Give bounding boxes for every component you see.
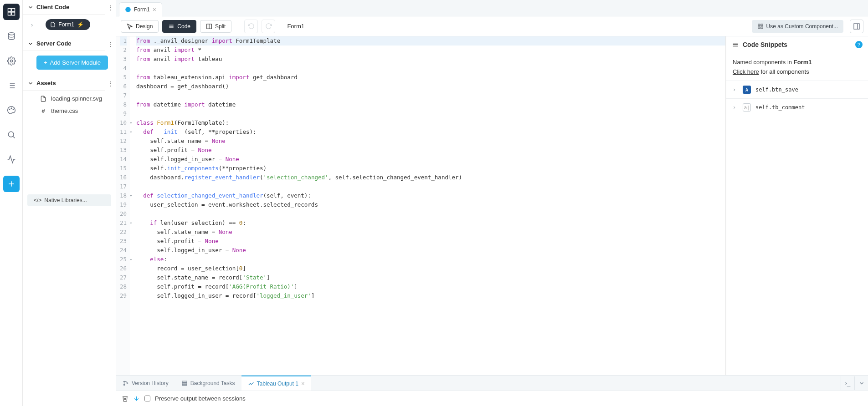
- scroll-down-icon[interactable]: [133, 395, 140, 402]
- collapse-panel[interactable]: [854, 376, 868, 390]
- split-icon: [206, 23, 212, 30]
- file-tab[interactable]: Form1 ×: [119, 2, 162, 16]
- bolt-icon: ⚡: [77, 21, 84, 28]
- asset-name: theme.css: [51, 107, 78, 114]
- svg-point-12: [9, 109, 10, 110]
- add-server-module-button[interactable]: + Add Server Module: [36, 56, 108, 70]
- svg-rect-1: [11, 9, 15, 12]
- code-editor[interactable]: 1234567891011121314151617181920212223242…: [116, 36, 725, 375]
- button-label: Add Server Module: [50, 59, 101, 66]
- bottom-tabs: Version History Background Tasks Tableau…: [116, 375, 868, 391]
- preserve-output-checkbox[interactable]: [144, 396, 150, 401]
- tab-bar: Form1 ×: [116, 0, 868, 16]
- component-list: ›Aself.btn_save›a|self.tb_comment: [726, 81, 868, 116]
- asset-name: loading-spinner.svg: [51, 95, 102, 102]
- close-tab[interactable]: ×: [153, 6, 156, 13]
- section-menu[interactable]: ⋮: [105, 78, 116, 89]
- client-body: › Form1 ⚡: [23, 15, 116, 36]
- file-icon: [50, 22, 56, 27]
- svg-rect-39: [182, 384, 187, 385]
- assets-body: loading-spinner.svg # theme.css: [23, 91, 116, 123]
- svg-rect-38: [182, 382, 187, 383]
- svg-rect-37: [182, 381, 187, 382]
- file-icon: [40, 96, 46, 102]
- icon-rail: [0, 0, 23, 406]
- form-name: Form1: [58, 21, 74, 28]
- component-snippet[interactable]: ›Aself.btn_save: [726, 81, 868, 98]
- snippets-header: Code Snippets ?: [726, 36, 868, 53]
- native-libraries-button[interactable]: </> Native Libraries...: [27, 194, 111, 206]
- svg-point-15: [8, 132, 14, 137]
- server-body: + Add Server Module: [23, 51, 116, 76]
- nav-search-icon[interactable]: [3, 127, 20, 143]
- asset-item[interactable]: # theme.css: [27, 105, 111, 117]
- code-icon: </>: [34, 197, 41, 203]
- tab-background-tasks[interactable]: Background Tasks: [175, 376, 241, 391]
- nav-activity-icon[interactable]: [3, 151, 20, 167]
- file-tab-label: Form1: [134, 6, 150, 13]
- output-bar: Preserve output between sessions: [116, 391, 868, 406]
- svg-rect-3: [11, 12, 15, 15]
- redo-button[interactable]: [262, 20, 275, 33]
- snippets-title: Code Snippets: [743, 41, 852, 48]
- svg-point-4: [8, 33, 14, 35]
- form-item[interactable]: Form1 ⚡: [46, 19, 90, 30]
- editor-row: 1234567891011121314151617181920212223242…: [116, 36, 868, 375]
- code-mode-button[interactable]: Code: [162, 20, 196, 33]
- toggle-panel-button[interactable]: [850, 20, 863, 33]
- main: Form1 × Design Code Split Form1: [116, 0, 868, 406]
- section-client-code[interactable]: Client Code: [23, 0, 105, 15]
- svg-point-34: [123, 381, 124, 382]
- cursor-icon: [127, 23, 133, 30]
- svg-point-14: [13, 109, 14, 110]
- svg-rect-2: [8, 12, 11, 15]
- native-libs-label: Native Libraries...: [44, 197, 87, 203]
- svg-rect-26: [761, 24, 763, 25]
- section-menu[interactable]: ⋮: [105, 2, 116, 13]
- undo-button[interactable]: [244, 20, 258, 33]
- svg-rect-29: [854, 24, 859, 29]
- svg-rect-28: [761, 27, 763, 29]
- sidebar: Client Code ⋮ › Form1 ⚡ Server Code ⋮: [23, 0, 116, 406]
- design-mode-button[interactable]: Design: [121, 20, 159, 33]
- chart-icon: [248, 381, 254, 387]
- code-snippets-panel: Code Snippets ? Named components in Form…: [726, 36, 868, 375]
- svg-point-35: [123, 384, 124, 385]
- svg-point-5: [10, 60, 12, 62]
- custom-component-button[interactable]: Use as Custom Component...: [752, 20, 843, 33]
- list-icon: [168, 23, 175, 30]
- tab-tableau-output[interactable]: Tableau Output 1 ×: [241, 376, 311, 391]
- section-assets[interactable]: Assets: [23, 76, 105, 91]
- toolbar: Design Code Split Form1 Use as Custom Co…: [116, 16, 868, 36]
- snippets-body: Named components in Form1 Click here for…: [726, 53, 868, 81]
- breadcrumb: Form1: [287, 23, 304, 30]
- nav-settings-icon[interactable]: [3, 53, 20, 69]
- app-root: Client Code ⋮ › Form1 ⚡ Server Code ⋮: [0, 0, 868, 406]
- help-icon[interactable]: ?: [855, 41, 863, 48]
- code-lines: from ._anvil_designer import Form1Templa…: [130, 36, 725, 375]
- svg-point-19: [125, 7, 131, 12]
- nav-theme-icon[interactable]: [3, 102, 20, 118]
- split-mode-button[interactable]: Split: [200, 20, 231, 33]
- all-components-link-row: Click here for all components: [733, 68, 862, 75]
- preserve-label: Preserve output between sessions: [155, 395, 246, 402]
- tab-version-history[interactable]: Version History: [116, 376, 175, 391]
- component-snippet[interactable]: ›a|self.tb_comment: [726, 98, 868, 116]
- close-tab[interactable]: ×: [301, 380, 305, 387]
- section-server-code[interactable]: Server Code: [23, 36, 105, 51]
- svg-rect-27: [758, 27, 760, 29]
- nav-add-button[interactable]: [3, 176, 20, 192]
- tasks-icon: [181, 380, 188, 386]
- nav-list-icon[interactable]: [3, 77, 20, 94]
- section-menu[interactable]: ⋮: [105, 38, 116, 49]
- asset-item[interactable]: loading-spinner.svg: [27, 92, 111, 105]
- svg-rect-25: [758, 24, 760, 25]
- console-toggle[interactable]: ›_: [841, 376, 854, 390]
- nav-database-icon[interactable]: [3, 28, 20, 45]
- nav-app-icon[interactable]: [3, 4, 20, 20]
- trash-icon[interactable]: [122, 395, 128, 402]
- svg-rect-0: [8, 9, 11, 12]
- list-icon: [732, 41, 739, 48]
- click-here-link[interactable]: Click here: [733, 68, 759, 75]
- section-title: Assets: [36, 80, 100, 86]
